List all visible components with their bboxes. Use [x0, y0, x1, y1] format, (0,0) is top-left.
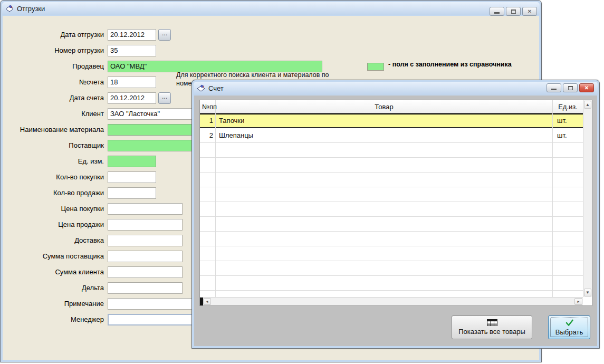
table-row[interactable]: 1Тапочкишт. [200, 113, 583, 128]
invoice-window-title: Счет [208, 84, 224, 92]
delivery-field[interactable] [108, 235, 183, 246]
sale-qty-label: Кол-во продажи [1, 189, 104, 197]
client-sum-field[interactable] [108, 266, 183, 278]
table-empty-row[interactable] [200, 276, 583, 291]
cell-item [216, 261, 553, 276]
material-name-field[interactable] [108, 124, 197, 136]
delivery-label: Доставка [1, 236, 104, 244]
cell-num [200, 158, 216, 173]
cell-unit [553, 232, 583, 246]
purchase-price-field[interactable] [108, 203, 183, 215]
sale-price-label: Цена продажи [1, 221, 104, 228]
cell-num [200, 261, 216, 276]
invoice-date-field[interactable]: 20.12.2012 [108, 92, 156, 104]
legend-label: - поля с заполнением из справочника [388, 61, 512, 68]
table-empty-row[interactable] [200, 158, 583, 173]
table-empty-row[interactable] [200, 246, 583, 261]
table-empty-row[interactable] [200, 291, 583, 297]
scroll-down-icon[interactable]: ▼ [584, 289, 591, 296]
column-header-item[interactable]: Товар [216, 100, 553, 113]
manager-label: Менеджер [1, 315, 104, 323]
scroll-right-icon[interactable]: ▸ [574, 298, 582, 305]
maximize-button[interactable] [563, 83, 578, 92]
cell-item [216, 143, 553, 158]
cell-unit [553, 202, 583, 217]
supplier-field[interactable] [108, 140, 197, 151]
cell-num [200, 276, 216, 291]
cell-item [216, 232, 553, 246]
shipment-date-picker-button[interactable]: ... [158, 29, 171, 41]
cell-unit [553, 217, 583, 232]
unit-label: Ед. изм. [1, 157, 104, 165]
cell-item: Шлепанцы [216, 128, 553, 143]
invoice-window-controls: ✕ [547, 83, 594, 92]
supplier-label: Поставщик [1, 141, 104, 149]
table-empty-row[interactable] [200, 143, 583, 158]
legend-color-swatch [367, 63, 384, 71]
purchase-qty-label: Кол-во покупки [1, 173, 104, 181]
horizontal-scrollbar[interactable]: ◂ ▸ [200, 297, 583, 305]
cell-item [216, 217, 553, 232]
table-empty-row[interactable] [200, 202, 583, 217]
cell-unit [553, 158, 583, 173]
scroll-up-icon[interactable]: ▲ [584, 101, 591, 109]
minimize-button[interactable] [547, 83, 561, 92]
cell-unit [553, 187, 583, 202]
unit-field[interactable] [108, 156, 156, 167]
cell-num [200, 246, 216, 261]
vertical-scrollbar[interactable]: ▲ ▼ [583, 100, 592, 297]
cell-num [200, 232, 216, 246]
cell-num [200, 202, 216, 217]
shipment-number-field[interactable]: 35 [108, 45, 156, 56]
close-icon: ✕ [584, 85, 589, 91]
table-empty-row[interactable] [200, 261, 583, 276]
cell-unit [553, 291, 583, 297]
purchase-price-label: Цена покупки [1, 205, 104, 213]
table-empty-row[interactable] [200, 217, 583, 232]
shipment-date-field[interactable]: 20.12.2012 [108, 29, 156, 41]
select-button[interactable]: Выбрать [548, 315, 590, 339]
manager-field[interactable] [108, 314, 197, 325]
table-body: 1Тапочкишт.2Шлепанцышт. [200, 113, 583, 297]
sale-qty-field[interactable] [108, 187, 156, 199]
delta-field[interactable] [108, 282, 183, 294]
invoice-window: Счет ✕ №пп Товар Ед.из. 1Тапочкишт.2Шлеп… [191, 80, 600, 349]
cell-num: 1 [200, 113, 216, 128]
shipment-date-label: Дата отгрузки [1, 31, 104, 39]
invoice-titlebar[interactable]: Счет ✕ [194, 82, 598, 95]
screen: Отгрузки ✕ Дата отгрузки20.12.2012...Ном… [0, 0, 604, 364]
cell-item [216, 202, 553, 217]
cell-item [216, 291, 553, 297]
invoice-date-picker-button[interactable]: ... [158, 92, 171, 104]
seller-label: Продавец [1, 62, 104, 70]
table-empty-row[interactable] [200, 232, 583, 246]
cell-item [216, 246, 553, 261]
cell-item [216, 276, 553, 291]
supplier-sum-field[interactable] [108, 251, 183, 262]
invoice-number-field[interactable]: 18 [108, 76, 156, 88]
client-sum-label: Сумма клиента [1, 268, 104, 276]
table-row[interactable]: 2Шлепанцышт. [200, 128, 583, 143]
cell-num: 2 [200, 128, 216, 143]
cell-unit [553, 276, 583, 291]
show-all-products-button[interactable]: Показать все товары [452, 315, 532, 339]
select-button-label: Выбрать [555, 328, 583, 336]
note-label: Примечание [1, 300, 104, 308]
shipment-number-label: Номер отгрузки [1, 46, 104, 54]
cell-num [200, 187, 216, 202]
client-field[interactable]: ЗАО "Ласточка" [108, 108, 197, 120]
client-label: Клиент [1, 110, 104, 118]
table-empty-row[interactable] [200, 187, 583, 202]
cell-num [200, 217, 216, 232]
cell-item [216, 173, 553, 187]
cell-num [200, 143, 216, 158]
close-button[interactable]: ✕ [579, 83, 594, 92]
scroll-left-icon[interactable]: ◂ [203, 298, 211, 305]
note-field[interactable] [108, 298, 197, 310]
table-empty-row[interactable] [200, 173, 583, 187]
checkmark-icon [565, 319, 574, 327]
column-header-num[interactable]: №пп [200, 100, 216, 113]
purchase-qty-field[interactable] [108, 171, 156, 183]
sale-price-field[interactable] [108, 219, 183, 231]
column-header-unit[interactable]: Ед.из. [553, 100, 583, 113]
